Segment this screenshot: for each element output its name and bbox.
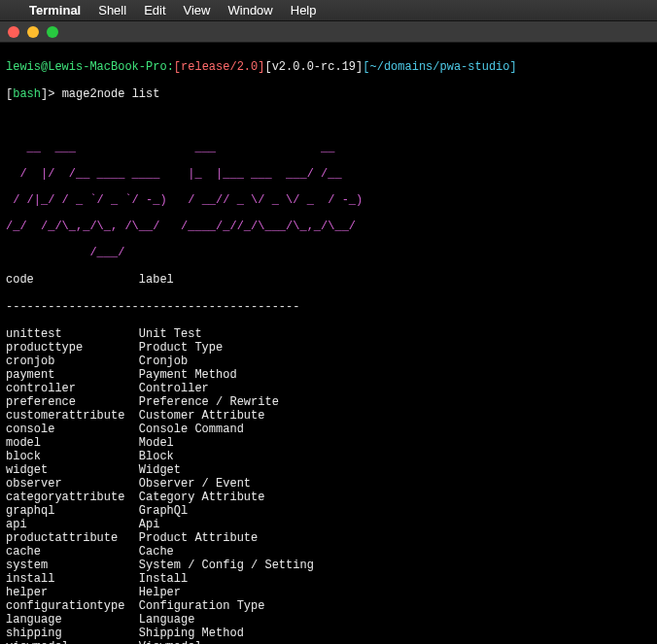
row-label: Product Type bbox=[139, 341, 223, 355]
table-row: controllerController bbox=[6, 382, 651, 395]
table-row: producttypeProduct Type bbox=[6, 341, 651, 355]
menu-help[interactable]: Help bbox=[291, 4, 317, 17]
row-label: Model bbox=[139, 436, 174, 450]
table-row: preferencePreference / Rewrite bbox=[6, 395, 651, 409]
row-label: Widget bbox=[139, 463, 181, 477]
table-row: widgetWidget bbox=[6, 463, 651, 477]
ascii-art-line: __ ___ ___ __ bbox=[6, 142, 651, 154]
ascii-art-line: / /|_/ / _ `/ _ `/ -_) / __// _ \/ _ \/ … bbox=[6, 194, 651, 207]
row-label: Language bbox=[139, 613, 195, 627]
row-label: Cache bbox=[139, 545, 174, 559]
row-label: Helper bbox=[139, 586, 181, 599]
close-icon[interactable] bbox=[8, 26, 19, 38]
table-row: paymentPayment Method bbox=[6, 368, 651, 382]
table-row: cacheCache bbox=[6, 545, 651, 559]
row-label: System / Config / Setting bbox=[139, 559, 314, 572]
divider-code: ------------------- bbox=[6, 300, 139, 314]
row-code: graphql bbox=[6, 504, 139, 518]
table-row: helperHelper bbox=[6, 586, 651, 599]
row-code: widget bbox=[6, 463, 139, 477]
row-label: Viewmodel bbox=[139, 640, 202, 644]
table-row: graphqlGraphQl bbox=[6, 504, 651, 518]
row-label: Unit Test bbox=[139, 327, 202, 341]
row-code: observer bbox=[6, 477, 139, 491]
row-label: Shipping Method bbox=[139, 627, 244, 640]
table-row: unittestUnit Test bbox=[6, 327, 651, 341]
row-label: Preference / Rewrite bbox=[139, 395, 279, 409]
ascii-art-line: /___/ bbox=[6, 247, 651, 259]
row-label: Api bbox=[139, 518, 160, 531]
row-code: customerattribute bbox=[6, 409, 139, 423]
prompt-version: [v2.0.0-rc.19] bbox=[264, 60, 363, 74]
table-row: apiApi bbox=[6, 518, 651, 531]
divider-label: ----------------------- bbox=[139, 300, 300, 314]
prompt-line: lewis@Lewis-MacBook-Pro:[release/2.0][v2… bbox=[6, 60, 651, 74]
row-code: producttype bbox=[6, 341, 139, 355]
table-header: codelabel bbox=[6, 273, 651, 287]
ascii-art-line: / |/ /__ ____ ____ |_ |___ ___ ___/ /__ bbox=[6, 168, 651, 181]
row-code: language bbox=[6, 613, 139, 627]
table-row: systemSystem / Config / Setting bbox=[6, 559, 651, 572]
row-label: Block bbox=[139, 450, 174, 463]
table-divider: ----------------------------------------… bbox=[6, 300, 651, 314]
row-label: Configuration Type bbox=[139, 599, 265, 613]
traffic-lights bbox=[8, 26, 58, 38]
row-label: Category Attribute bbox=[139, 491, 265, 504]
command-line: [bash]> mage2node list bbox=[6, 87, 651, 101]
table-row: consoleConsole Command bbox=[6, 423, 651, 436]
table-row: installInstall bbox=[6, 572, 651, 586]
row-code: payment bbox=[6, 368, 139, 382]
table-row: modelModel bbox=[6, 436, 651, 450]
row-code: viewmodel bbox=[6, 640, 139, 644]
command-text: mage2node list bbox=[62, 87, 160, 101]
prompt-userhost: lewis@Lewis-MacBook-Pro: bbox=[6, 60, 174, 74]
zoom-icon[interactable] bbox=[47, 26, 58, 38]
row-code: shipping bbox=[6, 627, 139, 640]
ascii-art-line: /_/ /_/\_,_/\_, /\__/ /____/_//_/\___/\_… bbox=[6, 220, 651, 233]
row-label: Install bbox=[139, 572, 188, 586]
menu-window[interactable]: Window bbox=[228, 4, 273, 17]
prompt-path: [~/domains/pwa-studio] bbox=[363, 60, 516, 74]
row-code: block bbox=[6, 450, 139, 463]
row-code: console bbox=[6, 423, 139, 436]
window-titlebar bbox=[0, 21, 657, 43]
header-label: label bbox=[139, 273, 174, 287]
row-code: helper bbox=[6, 586, 139, 599]
row-label: Observer / Event bbox=[139, 477, 251, 491]
row-code: categoryattribute bbox=[6, 491, 139, 504]
row-label: Payment Method bbox=[139, 368, 237, 382]
row-label: Product Attribute bbox=[139, 531, 258, 545]
table-row: shippingShipping Method bbox=[6, 627, 651, 640]
menu-edit[interactable]: Edit bbox=[144, 4, 165, 17]
row-code: cache bbox=[6, 545, 139, 559]
row-label: Customer Attribute bbox=[139, 409, 265, 423]
shell-name: bash bbox=[13, 87, 41, 101]
row-code: model bbox=[6, 436, 139, 450]
app-name[interactable]: Terminal bbox=[29, 4, 81, 17]
menu-shell[interactable]: Shell bbox=[98, 4, 126, 17]
table-row: cronjobCronjob bbox=[6, 355, 651, 368]
row-code: preference bbox=[6, 395, 139, 409]
row-code: cronjob bbox=[6, 355, 139, 368]
table-row: productattributeProduct Attribute bbox=[6, 531, 651, 545]
menu-view[interactable]: View bbox=[184, 4, 211, 17]
row-code: configurationtype bbox=[6, 599, 139, 613]
blank-line bbox=[6, 115, 651, 128]
terminal-output[interactable]: lewis@Lewis-MacBook-Pro:[release/2.0][v2… bbox=[0, 43, 657, 644]
table-row: customerattributeCustomer Attribute bbox=[6, 409, 651, 423]
row-label: Console Command bbox=[139, 423, 244, 436]
prompt-branch: [release/2.0] bbox=[174, 60, 265, 74]
row-code: api bbox=[6, 518, 139, 531]
table-row: languageLanguage bbox=[6, 613, 651, 627]
row-code: install bbox=[6, 572, 139, 586]
table-row: configurationtypeConfiguration Type bbox=[6, 599, 651, 613]
macos-menubar: Terminal Shell Edit View Window Help bbox=[0, 0, 657, 21]
minimize-icon[interactable] bbox=[27, 26, 39, 38]
row-label: Cronjob bbox=[139, 355, 188, 368]
table-row: blockBlock bbox=[6, 450, 651, 463]
row-code: system bbox=[6, 559, 139, 572]
table-row: viewmodelViewmodel bbox=[6, 640, 651, 644]
row-code: controller bbox=[6, 382, 139, 395]
table-row: observerObserver / Event bbox=[6, 477, 651, 491]
row-label: GraphQl bbox=[139, 504, 188, 518]
